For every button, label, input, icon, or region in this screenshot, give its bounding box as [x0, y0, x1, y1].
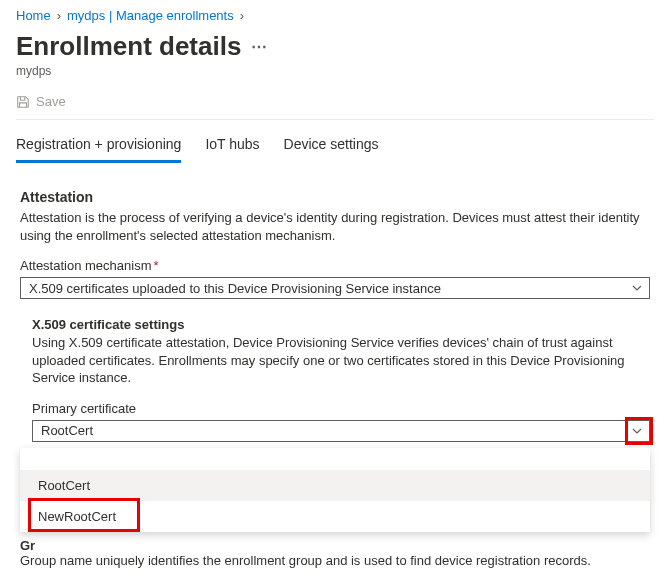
tabs: Registration + provisioning IoT hubs Dev… — [16, 120, 654, 163]
page-title: Enrollment details ⋯ — [16, 31, 654, 62]
page-subtitle: mydps — [16, 64, 654, 78]
chevron-right-icon: › — [240, 8, 244, 23]
page-title-text: Enrollment details — [16, 31, 241, 62]
attestation-mechanism-select[interactable]: X.509 certificates uploaded to this Devi… — [20, 277, 650, 299]
attestation-heading: Attestation — [20, 189, 650, 205]
tab-iot-hubs[interactable]: IoT hubs — [205, 130, 259, 163]
x509-heading: X.509 certificate settings — [32, 317, 650, 332]
x509-description: Using X.509 certificate attestation, Dev… — [32, 334, 650, 387]
breadcrumb: Home › mydps | Manage enrollments › — [16, 8, 654, 27]
attestation-description: Attestation is the process of verifying … — [20, 209, 650, 244]
group-section: Gr Group name uniquely identifies the en… — [20, 538, 650, 568]
option-newrootcert[interactable]: NewRootCert — [20, 501, 650, 532]
primary-certificate-dropdown: RootCert NewRootCert — [20, 448, 650, 532]
attestation-mechanism-value: X.509 certificates uploaded to this Devi… — [29, 281, 441, 296]
breadcrumb-home[interactable]: Home — [16, 8, 51, 23]
save-button[interactable]: Save — [36, 94, 66, 109]
tab-device-settings[interactable]: Device settings — [284, 130, 379, 163]
more-icon[interactable]: ⋯ — [251, 37, 268, 56]
chevron-down-icon — [631, 425, 643, 437]
group-description: Group name uniquely identifies the enrol… — [20, 553, 591, 568]
tab-registration-provisioning[interactable]: Registration + provisioning — [16, 130, 181, 163]
chevron-down-icon — [631, 282, 643, 294]
chevron-right-icon: › — [57, 8, 61, 23]
primary-certificate-value: RootCert — [41, 423, 93, 438]
primary-certificate-select[interactable]: RootCert — [32, 420, 650, 442]
breadcrumb-mydps[interactable]: mydps | Manage enrollments — [67, 8, 234, 23]
group-label-fragment: Gr — [20, 538, 35, 553]
primary-certificate-label: Primary certificate — [32, 401, 650, 416]
save-icon — [16, 95, 30, 109]
toolbar: Save — [16, 88, 654, 120]
attestation-mechanism-label: Attestation mechanism* — [20, 258, 650, 273]
option-rootcert[interactable]: RootCert — [20, 470, 650, 501]
